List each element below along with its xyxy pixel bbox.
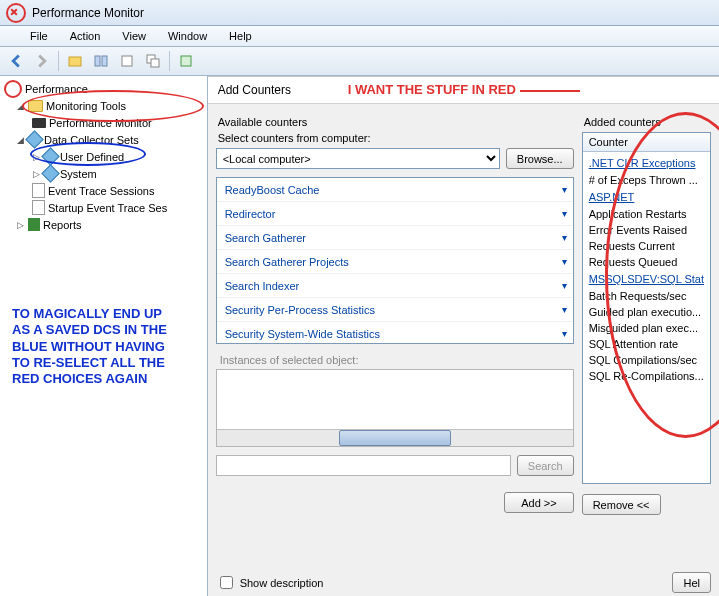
tree-perfmon[interactable]: Performance Monitor bbox=[2, 114, 205, 131]
menu-help[interactable]: Help bbox=[225, 28, 256, 44]
select-from-label: Select counters from computer: bbox=[218, 132, 574, 144]
chevron-down-icon[interactable]: ▾ bbox=[562, 328, 567, 339]
window-title: Performance Monitor bbox=[32, 6, 144, 20]
chevron-down-icon[interactable]: ▾ bbox=[562, 232, 567, 243]
added-header[interactable]: Counter bbox=[583, 133, 710, 152]
tree-label: Monitoring Tools bbox=[46, 100, 126, 112]
page-icon bbox=[32, 200, 45, 215]
chevron-down-icon[interactable]: ▾ bbox=[562, 304, 567, 315]
remove-button[interactable]: Remove << bbox=[582, 494, 661, 515]
counter-item[interactable]: # of Exceps Thrown ... bbox=[583, 172, 710, 188]
dcs-icon bbox=[25, 130, 43, 148]
counter-item[interactable]: Search Gatherer▾ bbox=[217, 226, 573, 250]
counter-item[interactable]: Requests Current bbox=[583, 238, 710, 254]
tree-reports[interactable]: ▷Reports bbox=[2, 216, 205, 233]
counter-item[interactable]: Redirector▾ bbox=[217, 202, 573, 226]
annotation-header: I WANT THE STUFF IN RED bbox=[348, 82, 580, 97]
computer-combo[interactable]: <Local computer> bbox=[216, 148, 500, 169]
toolbar bbox=[0, 47, 719, 76]
instances-label: Instances of selected object: bbox=[220, 354, 574, 366]
chevron-down-icon[interactable]: ▾ bbox=[562, 256, 567, 267]
tree-monitoring-tools[interactable]: ◢Monitoring Tools bbox=[2, 97, 205, 114]
counter-item[interactable]: Requests Queued bbox=[583, 254, 710, 270]
svg-rect-3 bbox=[122, 56, 132, 66]
counter-item[interactable]: Batch Requests/sec bbox=[583, 288, 710, 304]
instances-list[interactable] bbox=[216, 369, 574, 447]
refresh-button[interactable] bbox=[174, 49, 198, 73]
search-input[interactable] bbox=[216, 455, 511, 476]
counter-item[interactable]: Search Gatherer Projects▾ bbox=[217, 250, 573, 274]
tree-userdef[interactable]: ▷User Defined bbox=[2, 148, 205, 165]
counter-group[interactable]: MSSQLSDEV:SQL Stat bbox=[583, 270, 710, 288]
dcs-icon bbox=[41, 147, 59, 165]
separator bbox=[169, 51, 170, 71]
svg-rect-0 bbox=[69, 57, 81, 66]
tree-root[interactable]: Performance bbox=[2, 80, 205, 97]
svg-rect-1 bbox=[95, 56, 100, 66]
counter-item[interactable]: SQL Attention rate bbox=[583, 336, 710, 352]
tree-dcs[interactable]: ◢Data Collector Sets bbox=[2, 131, 205, 148]
expander-icon[interactable]: ◢ bbox=[16, 135, 25, 144]
expander-icon[interactable]: ▷ bbox=[16, 220, 25, 229]
expander-icon[interactable]: ▷ bbox=[32, 169, 41, 178]
svg-rect-5 bbox=[151, 59, 159, 67]
counter-item[interactable]: Security Per-Process Statistics▾ bbox=[217, 298, 573, 322]
scrollbar-horizontal[interactable] bbox=[217, 429, 573, 446]
counter-item[interactable]: Guided plan executio... bbox=[583, 304, 710, 320]
window-button[interactable] bbox=[141, 49, 165, 73]
back-button[interactable] bbox=[4, 49, 28, 73]
menu-action[interactable]: Action bbox=[66, 28, 105, 44]
chevron-down-icon[interactable]: ▾ bbox=[562, 184, 567, 195]
counter-list[interactable]: ReadyBoost Cache▾ Redirector▾ Search Gat… bbox=[216, 177, 574, 344]
search-button[interactable]: Search bbox=[517, 455, 574, 476]
properties-button[interactable] bbox=[115, 49, 139, 73]
nav-tree: Performance ◢Monitoring Tools Performanc… bbox=[0, 76, 208, 596]
tree-label: Startup Event Trace Ses bbox=[48, 202, 167, 214]
expander-icon[interactable]: ◢ bbox=[16, 101, 25, 110]
app-icon bbox=[6, 3, 26, 23]
tree-label: Performance Monitor bbox=[49, 117, 152, 129]
menu-file[interactable]: File bbox=[26, 28, 52, 44]
chevron-down-icon[interactable]: ▾ bbox=[562, 208, 567, 219]
counter-item[interactable]: Error Events Raised bbox=[583, 222, 710, 238]
separator bbox=[58, 51, 59, 71]
counter-item[interactable]: ReadyBoost Cache▾ bbox=[217, 178, 573, 202]
tree-system[interactable]: ▷System bbox=[2, 165, 205, 182]
counter-item[interactable]: Security System-Wide Statistics▾ bbox=[217, 322, 573, 344]
checkbox-label: Show description bbox=[240, 577, 324, 589]
tree-root-label: Performance bbox=[25, 83, 88, 95]
add-button[interactable]: Add >> bbox=[504, 492, 573, 513]
checkbox-input[interactable] bbox=[220, 576, 233, 589]
show-hide-button[interactable] bbox=[63, 49, 87, 73]
menu-window[interactable]: Window bbox=[164, 28, 211, 44]
panes-button[interactable] bbox=[89, 49, 113, 73]
added-counters-panel: Added counters Counter .NET CLR Exceptio… bbox=[582, 112, 711, 592]
help-button[interactable]: Hel bbox=[672, 572, 711, 593]
added-label: Added counters bbox=[584, 116, 711, 128]
counter-group[interactable]: ASP.NET bbox=[583, 188, 710, 206]
menu-view[interactable]: View bbox=[118, 28, 150, 44]
counter-item[interactable]: Search Indexer▾ bbox=[217, 274, 573, 298]
menu-bar: File Action View Window Help bbox=[0, 26, 719, 47]
counter-item[interactable]: SQL Compilations/sec bbox=[583, 352, 710, 368]
forward-button[interactable] bbox=[30, 49, 54, 73]
tree-label: User Defined bbox=[60, 151, 124, 163]
browse-button[interactable]: Browse... bbox=[506, 148, 574, 169]
counter-group[interactable]: .NET CLR Exceptions bbox=[583, 154, 710, 172]
counter-item[interactable]: Misguided plan exec... bbox=[583, 320, 710, 336]
tree-startup-ets[interactable]: Startup Event Trace Ses bbox=[2, 199, 205, 216]
svg-rect-6 bbox=[181, 56, 191, 66]
dcs-icon bbox=[41, 164, 59, 182]
expander-icon[interactable]: ▷ bbox=[32, 152, 41, 161]
folder-icon bbox=[28, 100, 43, 112]
tree-ets[interactable]: Event Trace Sessions bbox=[2, 182, 205, 199]
counter-item[interactable]: SQL Re-Compilations... bbox=[583, 368, 710, 384]
show-description-checkbox[interactable]: Show description bbox=[216, 573, 324, 592]
chevron-down-icon[interactable]: ▾ bbox=[562, 280, 567, 291]
scrollbar-thumb[interactable] bbox=[339, 430, 451, 446]
counter-item[interactable]: Application Restarts bbox=[583, 206, 710, 222]
available-counters-panel: Available counters Select counters from … bbox=[216, 112, 574, 592]
added-counters-list[interactable]: Counter .NET CLR Exceptions # of Exceps … bbox=[582, 132, 711, 484]
tree-label: System bbox=[60, 168, 97, 180]
page-icon bbox=[32, 183, 45, 198]
